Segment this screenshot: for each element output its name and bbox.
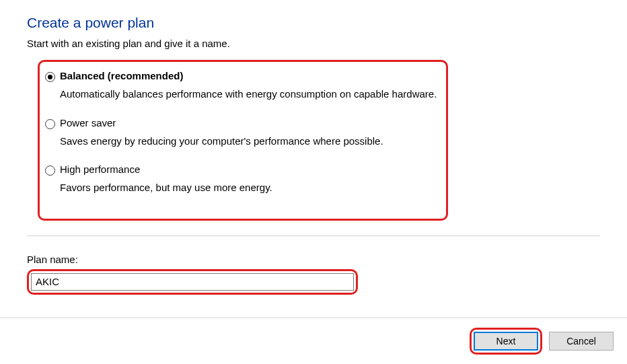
plan-options-highlight: Balanced (recommended) Automatically bal… (38, 60, 448, 221)
plan-name-highlight (27, 269, 358, 295)
option-balanced-label: Balanced (recommended) (60, 70, 183, 81)
option-power-saver-desc: Saves energy by reducing your computer's… (60, 134, 437, 149)
option-high-performance[interactable]: High performance (45, 163, 437, 178)
plan-name-label: Plan name: (27, 254, 600, 265)
radio-icon[interactable] (45, 166, 55, 176)
plan-name-input[interactable] (31, 273, 354, 291)
radio-icon[interactable] (45, 119, 55, 129)
next-button-highlight: Next (470, 328, 542, 355)
next-button[interactable]: Next (474, 332, 538, 351)
option-power-saver-label: Power saver (60, 117, 116, 129)
divider (27, 235, 600, 236)
button-bar: Next Cancel (0, 318, 627, 364)
radio-icon[interactable] (45, 72, 55, 82)
option-high-performance-desc: Favors performance, but may use more ene… (60, 180, 437, 196)
option-balanced-desc: Automatically balances performance with … (60, 87, 437, 102)
page-subtitle: Start with an existing plan and give it … (27, 38, 600, 49)
page-title: Create a power plan (27, 15, 600, 31)
option-balanced[interactable]: Balanced (recommended) (45, 70, 437, 84)
cancel-button[interactable]: Cancel (549, 332, 614, 351)
option-high-performance-label: High performance (60, 163, 140, 175)
option-power-saver[interactable]: Power saver (45, 117, 437, 131)
